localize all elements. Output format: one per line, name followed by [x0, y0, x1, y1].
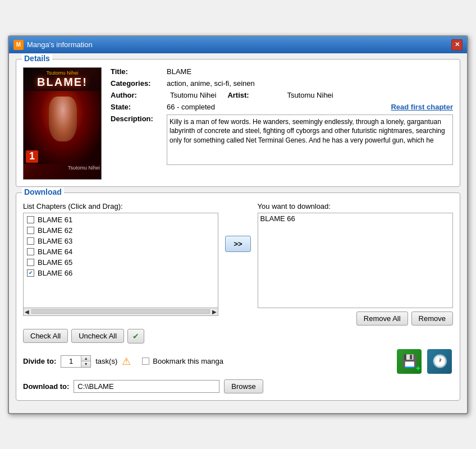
- download-columns: List Chapters (Click and Drag): BLAME 61…: [23, 202, 453, 326]
- list-item[interactable]: ✔BLAME 66: [25, 268, 217, 278]
- download-item: BLAME 66: [260, 214, 450, 223]
- description-row: Description: Killy is a man of few words…: [111, 114, 453, 165]
- save-plus-icon: +: [416, 364, 420, 373]
- list-item[interactable]: BLAME 64: [25, 246, 217, 257]
- you-want-label: You want to download:: [258, 202, 453, 210]
- chapter-name: BLAME 64: [38, 248, 72, 256]
- chapter-checkbox[interactable]: [27, 237, 34, 245]
- app-icon: M: [13, 40, 24, 50]
- main-window: M Manga's information ✕ Details Tsutomu …: [8, 35, 468, 414]
- author-pair: Author: Tsutomu Nihei: [111, 91, 216, 99]
- title-row: Title: BLAME: [111, 67, 453, 76]
- manga-cover: Tsutomu Nihei BLAME! 1 Tsutomu Nihei: [23, 67, 102, 180]
- title-value: BLAME: [167, 67, 453, 76]
- content-area: Details Tsutomu Nihei BLAME! 1 Tsutomu N…: [9, 53, 467, 413]
- tasks-label: task(s): [95, 357, 117, 365]
- scroll-right-arrow[interactable]: ▶: [212, 309, 217, 315]
- cover-author: Tsutomu Nihei: [24, 164, 101, 172]
- titlebar: M Manga's information ✕: [9, 36, 467, 53]
- chapter-list[interactable]: BLAME 61BLAME 62BLAME 63BLAME 64BLAME 65…: [23, 213, 218, 308]
- chapter-name: BLAME 62: [38, 226, 72, 235]
- tasks-spinbox[interactable]: ▲ ▼: [61, 355, 91, 368]
- tasks-input[interactable]: [61, 356, 81, 367]
- transfer-column: >>: [225, 202, 250, 252]
- list-item[interactable]: BLAME 65: [25, 257, 217, 268]
- cover-subtitle-top: Tsutomu Nihei: [26, 70, 99, 76]
- chapter-checkbox[interactable]: [27, 259, 34, 266]
- cover-number: 1: [26, 150, 38, 163]
- chapter-name: BLAME 63: [38, 237, 72, 245]
- check-all-button[interactable]: Check All: [23, 329, 68, 343]
- download-list[interactable]: BLAME 66: [258, 213, 453, 308]
- remove-button[interactable]: Remove: [411, 311, 453, 326]
- download-path-input[interactable]: [74, 380, 219, 393]
- artist-value: Tsutomu Nihei: [287, 91, 333, 99]
- author-label: Author:: [111, 91, 167, 99]
- categories-row: Categories: action, anime, sci-fi, seine…: [111, 79, 453, 88]
- chapter-name: BLAME 65: [38, 258, 72, 267]
- warning-icon: ⚠: [122, 355, 131, 368]
- manga-info: Title: BLAME Categories: action, anime, …: [111, 67, 453, 180]
- spin-down-button[interactable]: ▼: [81, 361, 90, 367]
- chapter-name: BLAME 66: [38, 269, 72, 277]
- title-label: Title:: [111, 67, 167, 76]
- bottom-buttons-left: Check All Uncheck All ✔: [23, 329, 453, 343]
- chapter-checkbox[interactable]: [27, 248, 34, 255]
- clock-icon: [427, 349, 452, 374]
- bookmark-checkbox[interactable]: [142, 358, 149, 365]
- divide-to-item: Divide to: ▲ ▼ task(s) ⚠: [23, 355, 131, 368]
- scroll-left-arrow[interactable]: ◀: [25, 309, 29, 315]
- divide-label: Divide to:: [23, 357, 56, 365]
- footer-row: Divide to: ▲ ▼ task(s) ⚠ B: [23, 348, 453, 375]
- chapter-checkbox[interactable]: [27, 216, 34, 223]
- action-icons: +: [396, 348, 453, 375]
- author-artist-row: Author: Tsutomu Nihei Artist: Tsutomu Ni…: [111, 91, 453, 99]
- schedule-button[interactable]: [426, 348, 453, 375]
- download-section: Download List Chapters (Click and Drag):…: [16, 193, 460, 401]
- browse-button[interactable]: Browse: [224, 379, 263, 393]
- save-manga-button[interactable]: +: [396, 348, 423, 375]
- bookmark-label: Bookmark this manga: [153, 357, 223, 365]
- list-item[interactable]: BLAME 63: [25, 236, 217, 246]
- window-title: Manga's information: [27, 40, 93, 49]
- cover-title-text: BLAME!: [26, 76, 99, 89]
- cover-figure: 1: [24, 91, 101, 164]
- list-chapters-label: List Chapters (Click and Drag):: [23, 202, 218, 210]
- confirm-check-button[interactable]: ✔: [127, 329, 144, 343]
- description-textbox[interactable]: Killy is a man of few words. He wanders,…: [167, 114, 453, 165]
- state-label: State:: [111, 103, 167, 111]
- artist-pair: Artist: Tsutomu Nihei: [227, 91, 333, 99]
- scrollbar-track[interactable]: [31, 309, 210, 314]
- download-section-label: Download: [22, 187, 64, 196]
- details-section-label: Details: [22, 54, 52, 63]
- titlebar-left: M Manga's information: [13, 40, 93, 50]
- chapter-checkbox[interactable]: [27, 227, 34, 234]
- categories-value: action, anime, sci-fi, seinen: [167, 79, 453, 88]
- list-item[interactable]: BLAME 61: [25, 214, 217, 225]
- download-content: List Chapters (Click and Drag): BLAME 61…: [23, 202, 453, 393]
- transfer-button[interactable]: >>: [225, 236, 250, 252]
- chapter-name: BLAME 61: [38, 216, 72, 224]
- author-value: Tsutomu Nihei: [170, 91, 216, 99]
- description-label: Description:: [111, 114, 167, 123]
- categories-label: Categories:: [111, 79, 167, 88]
- horizontal-scrollbar: ◀ ▶: [23, 308, 218, 316]
- details-section: Details Tsutomu Nihei BLAME! 1 Tsutomu N…: [16, 59, 460, 187]
- spin-up-button[interactable]: ▲: [81, 356, 90, 361]
- read-first-chapter-link[interactable]: Read first chapter: [391, 103, 453, 111]
- artist-label: Artist:: [227, 91, 283, 99]
- save-icon: +: [397, 349, 422, 374]
- details-content: Tsutomu Nihei BLAME! 1 Tsutomu Nihei Tit…: [23, 67, 453, 180]
- spinbox-arrows: ▲ ▼: [81, 356, 90, 367]
- cover-title-area: Tsutomu Nihei BLAME!: [24, 68, 101, 91]
- close-button[interactable]: ✕: [451, 39, 463, 51]
- chapter-checkbox[interactable]: ✔: [27, 269, 34, 277]
- download-to-row: Download to: Browse: [23, 379, 453, 393]
- remove-all-button[interactable]: Remove All: [356, 311, 408, 326]
- download-to-label: Download to:: [23, 382, 69, 391]
- uncheck-all-button[interactable]: Uncheck All: [71, 329, 124, 343]
- list-item[interactable]: BLAME 62: [25, 225, 217, 236]
- state-value: 66 - completed: [167, 103, 391, 111]
- chapter-list-column: List Chapters (Click and Drag): BLAME 61…: [23, 202, 218, 316]
- download-right-buttons: Remove All Remove: [258, 311, 453, 326]
